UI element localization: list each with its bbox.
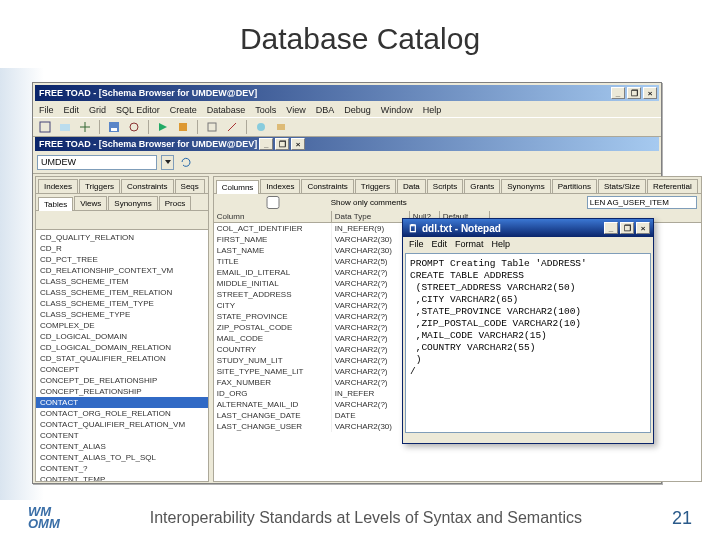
tab-constraints[interactable]: Constraints [121,179,173,193]
grid-cell: MAIL_CODE [214,333,332,344]
list-item[interactable]: CONCEPT [36,364,208,375]
tab-triggers[interactable]: Triggers [355,179,396,193]
child-window-title: FREE TOAD - [Schema Browser for UMDEW@DE… [39,139,257,149]
toolbar-icon[interactable] [204,119,220,135]
object-list[interactable]: CD_QUALITY_RELATIONCD_RCD_PCT_TREECD_REL… [36,230,208,481]
notepad-menu-help[interactable]: Help [492,239,511,249]
list-item[interactable]: COMPLEX_DE [36,320,208,331]
list-item[interactable]: CONTENT_ALIAS_TO_PL_SQL [36,452,208,463]
tab-indexes[interactable]: Indexes [38,179,78,193]
tab-scripts[interactable]: Scripts [427,179,463,193]
grid-col-datatype[interactable]: Data Type [332,211,410,222]
notepad-window[interactable]: 🗒 ddl.txt - Notepad _ ❐ × FileEditFormat… [402,218,654,444]
tab-procs[interactable]: Procs [159,196,191,210]
tab-stats-size[interactable]: Stats/Size [598,179,646,193]
list-item[interactable]: CLASS_SCHEME_ITEM [36,276,208,287]
toolbar-icon[interactable] [37,119,53,135]
grid-col-column[interactable]: Column [214,211,332,222]
list-item[interactable]: CLASS_SCHEME_ITEM_TYPE [36,298,208,309]
tab-constraints[interactable]: Constraints [301,179,353,193]
toolbar-icon[interactable] [77,119,93,135]
menu-create[interactable]: Create [170,105,197,115]
list-item[interactable]: CLASS_SCHEME_ITEM_RELATION [36,287,208,298]
toolbar-icon[interactable] [73,213,87,227]
list-item[interactable]: CD_STAT_QUALIFIER_RELATION [36,353,208,364]
list-item[interactable]: CONTACT_ORG_ROLE_RELATION [36,408,208,419]
execute-icon[interactable] [155,119,171,135]
toolbar-icon[interactable] [57,119,73,135]
list-item[interactable]: CONTACT [36,397,208,408]
notepad-minimize-button[interactable]: _ [604,222,618,234]
tab-columns[interactable]: Columns [216,180,260,194]
toolbar-icon[interactable] [90,213,104,227]
toolbar-icon[interactable] [39,213,53,227]
tab-tables[interactable]: Tables [38,197,73,211]
menu-view[interactable]: View [286,105,305,115]
child-maximize-button[interactable]: ❐ [275,138,289,150]
menu-help[interactable]: Help [423,105,442,115]
toolbar-icon[interactable] [224,119,240,135]
tab-views[interactable]: Views [74,196,107,210]
child-minimize-button[interactable]: _ [259,138,273,150]
menu-dba[interactable]: DBA [316,105,335,115]
notepad-menu-format[interactable]: Format [455,239,484,249]
menu-debug[interactable]: Debug [344,105,371,115]
list-item[interactable]: CONCEPT_RELATIONSHIP [36,386,208,397]
toolbar-icon[interactable] [126,119,142,135]
grid-cell: MIDDLE_INITIAL [214,278,332,289]
toolbar-icon[interactable] [124,213,138,227]
list-item[interactable]: CD_LOGICAL_DOMAIN_RELATION [36,342,208,353]
tab-seqs[interactable]: Seqs [175,179,205,193]
save-icon[interactable] [106,119,122,135]
toolbar-icon[interactable] [273,119,289,135]
list-item[interactable]: CONTENT [36,430,208,441]
list-item[interactable]: CD_R [36,243,208,254]
toolbar-icon[interactable] [56,213,70,227]
menu-file[interactable]: File [39,105,54,115]
close-button[interactable]: × [643,87,657,99]
list-item[interactable]: CONTENT_? [36,463,208,474]
list-item[interactable]: CONCEPT_DE_RELATIONSHIP [36,375,208,386]
schema-dropdown-icon[interactable] [161,155,174,170]
tab-grants[interactable]: Grants [464,179,500,193]
menu-tools[interactable]: Tools [255,105,276,115]
toolbar-icon[interactable] [175,119,191,135]
notepad-menu-edit[interactable]: Edit [432,239,448,249]
list-item[interactable]: CD_QUALITY_RELATION [36,232,208,243]
list-item[interactable]: CONTENT_TEMP [36,474,208,481]
menu-database[interactable]: Database [207,105,246,115]
list-item[interactable]: CD_PCT_TREE [36,254,208,265]
toolbar-icon[interactable] [253,119,269,135]
show-comments-checkbox[interactable] [218,196,328,209]
menu-window[interactable]: Window [381,105,413,115]
maximize-button[interactable]: ❐ [627,87,641,99]
tab-referential[interactable]: Referential [647,179,698,193]
menu-edit[interactable]: Edit [64,105,80,115]
notepad-maximize-button[interactable]: ❐ [620,222,634,234]
tab-indexes[interactable]: Indexes [260,179,300,193]
list-item[interactable]: CONTACT_QUALIFIER_RELATION_VM [36,419,208,430]
list-item[interactable]: CD_RELATIONSHIP_CONTEXT_VM [36,265,208,276]
refresh-icon[interactable] [178,154,194,170]
notepad-close-button[interactable]: × [636,222,650,234]
menu-sql-editor[interactable]: SQL Editor [116,105,160,115]
table-name-field[interactable] [587,196,697,209]
tab-triggers[interactable]: Triggers [79,179,120,193]
grid-cell: VARCHAR2(30) [332,245,410,256]
tab-synonyms[interactable]: Synonyms [501,179,550,193]
app-menubar: FileEditGridSQL EditorCreateDatabaseTool… [33,103,661,117]
toolbar-icon[interactable] [107,213,121,227]
menu-grid[interactable]: Grid [89,105,106,115]
schema-input[interactable] [37,155,157,170]
list-item[interactable]: CONTENT_ALIAS [36,441,208,452]
notepad-menu-file[interactable]: File [409,239,424,249]
list-item[interactable]: CLASS_SCHEME_TYPE [36,309,208,320]
tab-partitions[interactable]: Partitions [552,179,597,193]
notepad-text-area[interactable]: PROMPT Creating Table 'ADDRESS' CREATE T… [405,253,651,433]
list-item[interactable]: CD_LOGICAL_DOMAIN [36,331,208,342]
minimize-button[interactable]: _ [611,87,625,99]
tab-synonyms[interactable]: Synonyms [108,196,157,210]
notepad-titlebar[interactable]: 🗒 ddl.txt - Notepad _ ❐ × [403,219,653,237]
child-close-button[interactable]: × [291,138,305,150]
tab-data[interactable]: Data [397,179,426,193]
